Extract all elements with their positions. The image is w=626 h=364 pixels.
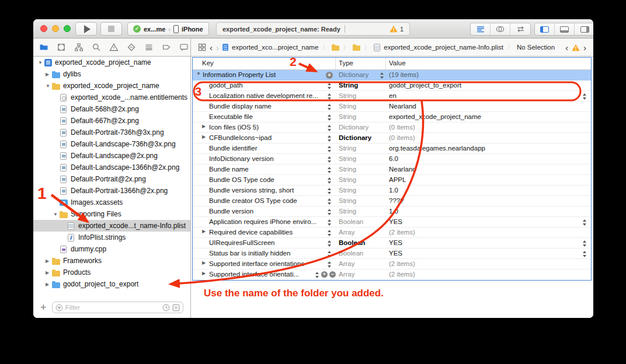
- plist-row[interactable]: Information Property List + + − Dictiona…: [193, 70, 591, 80]
- warning-badge[interactable]: 1: [389, 25, 404, 33]
- value-stepper[interactable]: [582, 250, 587, 258]
- file-row[interactable]: exported_xcode_project_name: [33, 80, 190, 92]
- recent-files-clock-icon[interactable]: [162, 304, 170, 312]
- assistant-editor-button[interactable]: [491, 23, 510, 35]
- key-stepper[interactable]: [326, 219, 332, 226]
- related-items-icon[interactable]: [198, 43, 206, 51]
- tab-debug-navigator[interactable]: [144, 43, 154, 52]
- breadcrumb-selection[interactable]: No Selection: [517, 44, 555, 51]
- breadcrumb-folder-icon[interactable]: [353, 44, 360, 51]
- disclosure-triangle[interactable]: [202, 134, 208, 139]
- plist-row[interactable]: Icon files (iOS 5) + + − Dictionary (0 i…: [193, 123, 591, 133]
- debug-area-toggle-button[interactable]: [555, 23, 575, 35]
- add-row-button[interactable]: +: [326, 72, 333, 79]
- scheme-selector[interactable]: ✓ ex...me › iPhone: [127, 22, 209, 36]
- file-row[interactable]: Default-Landscape@2x.png: [33, 150, 190, 162]
- plist-row[interactable]: CFBundleIcons~ipad + + − Dictionary (0 i…: [193, 133, 591, 144]
- issue-warning-icon[interactable]: [572, 44, 580, 51]
- stop-button[interactable]: [100, 22, 122, 36]
- disclosure-triangle[interactable]: [53, 212, 60, 217]
- value-stepper[interactable]: [582, 240, 587, 247]
- key-stepper[interactable]: [326, 198, 332, 205]
- type-stepper[interactable]: [379, 72, 384, 79]
- file-row[interactable]: Supporting Files: [33, 208, 190, 220]
- forward-button[interactable]: ›: [216, 43, 219, 52]
- file-row[interactable]: exported_xcode_...name.entitlements: [33, 92, 190, 103]
- file-row[interactable]: Default-Landscape-736h@3x.png: [33, 138, 190, 150]
- file-row[interactable]: InfoPlist.strings: [33, 232, 190, 243]
- plist-row[interactable]: UIRequiresFullScreen + + − Boolean YES: [193, 238, 591, 249]
- navigator-toggle-button[interactable]: [535, 23, 555, 35]
- key-stepper[interactable]: [326, 93, 332, 100]
- breadcrumb-folder-icon[interactable]: [332, 44, 339, 51]
- scm-status-filter-icon[interactable]: [172, 304, 180, 312]
- file-row[interactable]: Default-568h@2x.png: [33, 103, 190, 115]
- plist-row[interactable]: Status bar is initially hidden + + − Boo…: [193, 249, 591, 259]
- plist-row[interactable]: Executable file + + − String exported_xc…: [193, 112, 591, 123]
- tab-breakpoint-navigator[interactable]: [161, 43, 171, 52]
- key-stepper[interactable]: [326, 240, 332, 247]
- key-stepper[interactable]: [326, 114, 332, 121]
- plist-row[interactable]: Supported interface orientati... + + − A…: [193, 270, 591, 280]
- file-row[interactable]: dylibs: [33, 68, 190, 80]
- close-window-button[interactable]: [40, 25, 47, 32]
- version-editor-button[interactable]: [510, 23, 530, 35]
- plist-row[interactable]: Bundle name + + − String Nearland: [193, 164, 591, 175]
- key-stepper[interactable]: [326, 187, 332, 195]
- file-row[interactable]: Default-Landscape-1366h@2x.png: [33, 162, 190, 173]
- file-row[interactable]: Default-Portrait-736h@3x.png: [33, 127, 190, 138]
- remove-row-button[interactable]: −: [329, 271, 336, 278]
- key-stepper[interactable]: [326, 82, 332, 90]
- minimize-window-button[interactable]: [52, 25, 59, 32]
- plist-row[interactable]: Bundle identifier + + − String org.teasd…: [193, 144, 591, 154]
- plist-row[interactable]: Bundle creator OS Type code + + − String…: [193, 196, 591, 206]
- breadcrumb-project[interactable]: exported_xco...project_name: [232, 44, 318, 51]
- tab-issue-navigator[interactable]: [109, 43, 119, 52]
- tab-find-navigator[interactable]: [91, 43, 101, 52]
- add-row-button[interactable]: +: [321, 271, 328, 278]
- plist-row[interactable]: Application requires iPhone enviro... + …: [193, 217, 591, 228]
- previous-issue-button[interactable]: ‹: [565, 43, 568, 52]
- plist-row[interactable]: Bundle versions string, short + + − Stri…: [193, 186, 591, 196]
- back-button[interactable]: ‹: [210, 43, 213, 52]
- tab-hierarchy-navigator[interactable]: [74, 43, 84, 52]
- add-file-button[interactable]: +: [40, 302, 47, 313]
- plist-row[interactable]: Required device capabilities + + − Array…: [193, 228, 591, 238]
- disclosure-triangle[interactable]: [46, 282, 52, 287]
- plist-row[interactable]: godot_path + + − String godot_project_to…: [193, 80, 591, 91]
- key-stepper[interactable]: [326, 124, 332, 132]
- disclosure-triangle[interactable]: [46, 72, 52, 77]
- tab-test-navigator[interactable]: [126, 43, 136, 52]
- plist-row[interactable]: Localization native development re... + …: [193, 91, 591, 102]
- tab-report-navigator[interactable]: [179, 43, 189, 52]
- key-stepper[interactable]: [326, 103, 332, 111]
- zoom-window-button[interactable]: [64, 25, 71, 32]
- file-row[interactable]: exported_xcode...t_name-Info.plist: [33, 220, 190, 232]
- tab-symbol-navigator[interactable]: [56, 43, 66, 52]
- value-stepper[interactable]: [582, 93, 587, 100]
- next-issue-button[interactable]: ›: [583, 43, 586, 52]
- file-row[interactable]: godot_project_to_export: [33, 278, 190, 290]
- disclosure-triangle[interactable]: [202, 229, 208, 234]
- plist-row[interactable]: Supported interface orientations + + − A…: [193, 259, 591, 270]
- disclosure-triangle[interactable]: [202, 260, 208, 265]
- file-row[interactable]: Default-Portrait@2x.png: [33, 173, 190, 185]
- file-row[interactable]: dummy.cpp: [33, 243, 190, 255]
- disclosure-triangle[interactable]: [46, 258, 52, 264]
- inspectors-toggle-button[interactable]: [575, 23, 593, 35]
- file-row[interactable]: Images.xcassets: [33, 197, 190, 208]
- key-stepper[interactable]: [326, 229, 332, 237]
- disclosure-triangle[interactable]: [38, 60, 44, 65]
- file-row[interactable]: Products: [33, 267, 190, 278]
- disclosure-triangle[interactable]: [46, 83, 52, 89]
- key-stepper[interactable]: [326, 135, 332, 142]
- key-stepper[interactable]: [326, 250, 332, 258]
- key-stepper[interactable]: [326, 177, 332, 184]
- filter-field[interactable]: [52, 302, 183, 313]
- file-row[interactable]: Frameworks: [33, 255, 190, 267]
- disclosure-triangle[interactable]: [46, 270, 52, 275]
- plist-row[interactable]: Bundle display name + + − String Nearlan…: [193, 102, 591, 112]
- disclosure-triangle[interactable]: [202, 271, 208, 276]
- key-stepper[interactable]: [326, 145, 332, 153]
- file-row[interactable]: Default-667h@2x.png: [33, 115, 190, 127]
